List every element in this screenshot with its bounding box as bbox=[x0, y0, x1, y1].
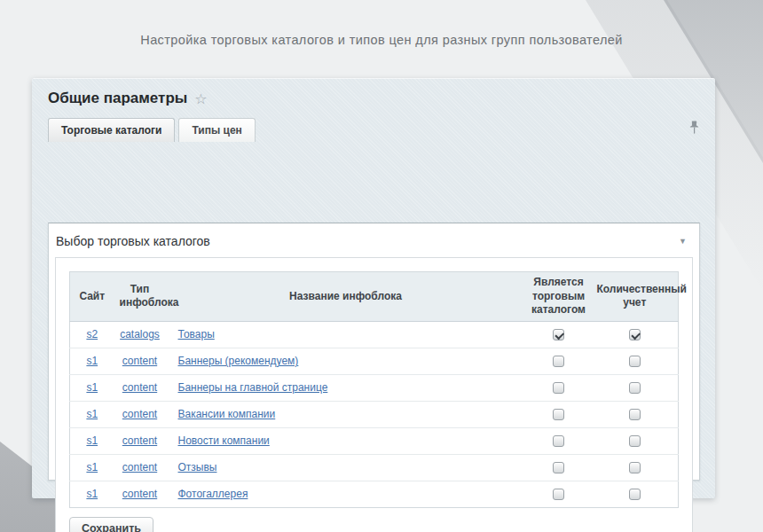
quantity-accounting-checkbox[interactable] bbox=[629, 329, 641, 340]
page-title: Общие параметры bbox=[48, 90, 187, 107]
iblock-name-link[interactable]: Новости компании bbox=[178, 434, 270, 447]
iblock-name-link[interactable]: Баннеры (рекомендуем) bbox=[178, 355, 299, 367]
page-heading: Настройка торговых каталогов и типов цен… bbox=[0, 33, 763, 47]
quantity-accounting-checkbox[interactable] bbox=[629, 435, 641, 447]
table-row: s1 content Баннеры (рекомендуем) bbox=[70, 348, 679, 374]
section-header: Выбор торговых каталогов ▼ bbox=[49, 223, 699, 257]
save-button[interactable]: Сохранить bbox=[69, 517, 153, 532]
iblock-type-link[interactable]: content bbox=[122, 381, 157, 394]
site-link[interactable]: s1 bbox=[86, 408, 98, 420]
is-trade-catalog-checkbox[interactable] bbox=[553, 489, 564, 500]
iblock-type-link[interactable]: content bbox=[122, 408, 157, 420]
site-link[interactable]: s1 bbox=[86, 381, 98, 394]
is-trade-catalog-checkbox[interactable] bbox=[553, 329, 564, 340]
table-row: s1 content Баннеры на главной странице bbox=[70, 374, 679, 401]
is-trade-catalog-checkbox[interactable] bbox=[553, 462, 564, 473]
quantity-accounting-checkbox[interactable] bbox=[629, 462, 641, 473]
column-header-is-trade-catalog: Является торговым каталогом bbox=[526, 272, 592, 322]
iblock-type-link[interactable]: content bbox=[122, 355, 157, 367]
iblock-type-link[interactable]: catalogs bbox=[120, 328, 160, 340]
content-area: Выбор торговых каталогов ▼ Сайт Тип инфо… bbox=[48, 223, 700, 481]
column-header-iblock-name: Название инфоблока bbox=[166, 272, 526, 322]
tab-strip: Торговые каталоги Типы цен bbox=[48, 118, 699, 142]
quantity-accounting-checkbox[interactable] bbox=[629, 489, 641, 500]
site-link[interactable]: s1 bbox=[86, 461, 98, 473]
column-header-iblock-type: Тип инфоблока bbox=[114, 272, 166, 322]
table-header-row: Сайт Тип инфоблока Название инфоблока Яв… bbox=[70, 272, 679, 322]
site-link[interactable]: s1 bbox=[86, 488, 98, 500]
triangle-down-icon[interactable]: ▼ bbox=[679, 238, 687, 246]
panel-title-row: Общие параметры ☆ bbox=[32, 78, 715, 116]
quantity-accounting-checkbox[interactable] bbox=[629, 409, 641, 420]
table-row: s1 content Отзывы bbox=[70, 454, 679, 481]
is-trade-catalog-checkbox[interactable] bbox=[553, 435, 564, 447]
tab-trade-catalogs[interactable]: Торговые каталоги bbox=[48, 118, 175, 142]
favorite-star-icon[interactable]: ☆ bbox=[194, 92, 207, 106]
tab-price-types[interactable]: Типы цен bbox=[178, 118, 255, 142]
is-trade-catalog-checkbox[interactable] bbox=[553, 356, 564, 367]
section-title: Выбор торговых каталогов bbox=[56, 234, 210, 248]
pin-icon[interactable] bbox=[689, 121, 699, 137]
is-trade-catalog-checkbox[interactable] bbox=[553, 409, 564, 420]
catalog-table-body: s2 catalogs Товары s1 content Баннеры (р… bbox=[70, 321, 679, 507]
quantity-accounting-checkbox[interactable] bbox=[629, 356, 641, 367]
site-link[interactable]: s1 bbox=[86, 434, 98, 447]
table-row: s2 catalogs Товары bbox=[70, 321, 679, 348]
iblock-type-link[interactable]: content bbox=[122, 461, 157, 473]
site-link[interactable]: s2 bbox=[86, 328, 98, 340]
table-row: s1 content Фотогаллерея bbox=[70, 481, 679, 507]
catalog-table: Сайт Тип инфоблока Название инфоблока Яв… bbox=[69, 271, 679, 508]
iblock-name-link[interactable]: Товары bbox=[178, 328, 215, 340]
iblock-type-link[interactable]: content bbox=[122, 434, 157, 447]
iblock-type-link[interactable]: content bbox=[122, 488, 157, 500]
quantity-accounting-checkbox[interactable] bbox=[629, 382, 641, 394]
table-row: s1 content Вакансии компании bbox=[70, 401, 679, 427]
is-trade-catalog-checkbox[interactable] bbox=[553, 382, 564, 394]
form-box: Сайт Тип инфоблока Название инфоблока Яв… bbox=[55, 257, 693, 532]
settings-panel: Общие параметры ☆ Торговые каталоги Типы… bbox=[32, 78, 715, 498]
site-link[interactable]: s1 bbox=[86, 355, 98, 367]
iblock-name-link[interactable]: Баннеры на главной странице bbox=[178, 381, 328, 394]
iblock-name-link[interactable]: Вакансии компании bbox=[178, 408, 276, 420]
column-header-site: Сайт bbox=[70, 272, 114, 322]
column-header-quantity-accounting: Количественный учет bbox=[592, 272, 679, 322]
iblock-name-link[interactable]: Фотогаллерея bbox=[178, 488, 248, 500]
iblock-name-link[interactable]: Отзывы bbox=[178, 461, 217, 473]
table-row: s1 content Новости компании bbox=[70, 427, 679, 454]
